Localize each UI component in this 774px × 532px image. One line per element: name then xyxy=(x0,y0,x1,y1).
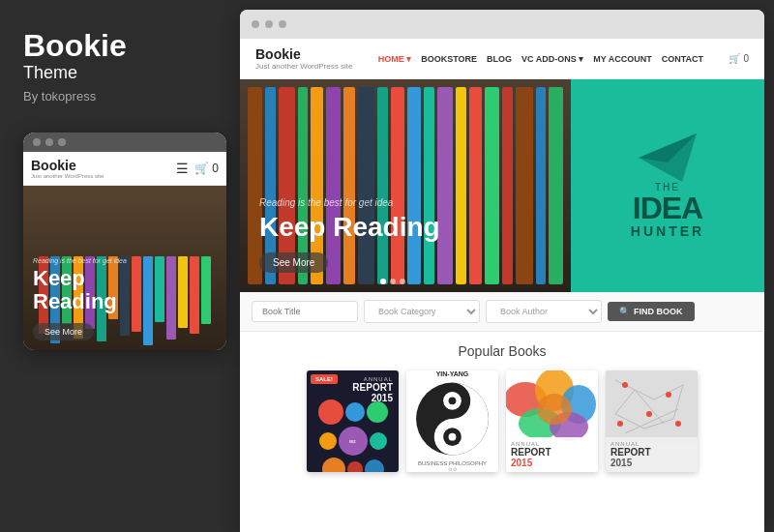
browser-dot-3 xyxy=(279,20,286,28)
hero-right: THE IDEA HUNTER xyxy=(571,79,764,292)
popular-books-title: Popular Books xyxy=(255,343,749,359)
svg-point-6 xyxy=(449,433,457,441)
hero-slider-dots xyxy=(380,279,405,284)
book1-content: SALE! ANNUAL REPORT 2015 BIZ xyxy=(307,370,399,472)
svg-point-5 xyxy=(449,397,457,404)
book-card-3[interactable]: ANNUAL REPORT 2015 xyxy=(506,370,598,472)
svg-point-23 xyxy=(666,392,671,398)
cart-area[interactable]: 🛒 0 xyxy=(729,53,749,64)
search-bar: Book Category Book Author 🔍 FIND BOOK xyxy=(240,292,764,332)
site-header: Bookie Just another WordPress site HOME … xyxy=(240,39,764,79)
site-hero: Reading is the best for get idea Keep Re… xyxy=(240,79,764,292)
book-title-input[interactable] xyxy=(252,301,358,322)
mobile-cart-icon[interactable]: 🛒 0 xyxy=(194,162,219,175)
mobile-preview: Bookie Just another WordPress site ☰ 🛒 0 xyxy=(23,133,226,350)
book-title-overlay: THE IDEA HUNTER xyxy=(631,182,704,239)
find-book-button[interactable]: 🔍 FIND BOOK xyxy=(608,302,695,321)
nav-bookstore[interactable]: BOOKSTORE xyxy=(421,54,477,64)
brand-subtitle: Theme xyxy=(23,63,77,83)
hero-book-16 xyxy=(485,87,499,284)
book3-content: ANNUAL REPORT 2015 xyxy=(506,370,598,472)
mobile-header: Bookie Just another WordPress site ☰ 🛒 0 xyxy=(23,152,226,186)
svg-point-24 xyxy=(646,411,652,417)
mobile-see-more-btn[interactable]: See More xyxy=(33,323,94,340)
nav-home[interactable]: HOME ▾ xyxy=(378,54,412,64)
nav-contact[interactable]: CONTACT xyxy=(662,54,703,64)
browser-dot-1 xyxy=(252,20,259,28)
nav-vc-addons[interactable]: VC ADD-ONS ▾ xyxy=(521,54,583,64)
hero-book-18 xyxy=(516,87,533,284)
book-spine-9 xyxy=(132,256,141,332)
sale-badge: SALE! xyxy=(311,374,338,384)
brand-title: Bookie xyxy=(23,29,127,63)
hero-left: Reading is the best for get idea Keep Re… xyxy=(240,79,571,292)
browser-window: Bookie Just another WordPress site HOME … xyxy=(240,10,764,532)
popular-section: Popular Books SALE! ANNUAL REPORT 2015 xyxy=(240,332,764,484)
hero-book-19 xyxy=(536,87,546,284)
book-spine-15 xyxy=(201,256,211,324)
book-card-1[interactable]: SALE! ANNUAL REPORT 2015 BIZ xyxy=(307,370,399,472)
search-icon: 🔍 xyxy=(619,307,630,316)
nav-blog[interactable]: BLOG xyxy=(487,54,512,64)
book2-content: YIN-YANG BUSINESS PHILOSOPHY ⚙ ⚙ xyxy=(406,370,498,472)
hero-see-more-btn[interactable]: See More xyxy=(259,252,328,273)
book-card-4[interactable]: ANNUAL REPORT 2015 xyxy=(606,370,698,472)
book-spine-10 xyxy=(143,256,153,345)
left-panel: Bookie Theme By tokopress Bookie Just an… xyxy=(0,0,240,532)
svg-rect-13 xyxy=(606,370,698,443)
mobile-dot-2 xyxy=(45,138,53,146)
mobile-titlebar xyxy=(23,133,226,152)
svg-point-25 xyxy=(675,421,681,427)
mobile-hero-text: Reading is the best for get idea KeepRea… xyxy=(33,257,127,340)
hero-book-14 xyxy=(456,87,465,284)
svg-point-12 xyxy=(537,394,572,425)
book-spine-14 xyxy=(190,256,199,334)
browser-titlebar xyxy=(240,10,764,39)
mobile-hero: Reading is the best for get idea KeepRea… xyxy=(23,186,226,350)
book-spine-12 xyxy=(166,256,176,340)
browser-dot-2 xyxy=(265,20,273,28)
svg-point-22 xyxy=(622,382,628,388)
slider-dot-1[interactable] xyxy=(380,279,386,284)
slider-dot-2[interactable] xyxy=(390,279,396,284)
browser-content: Bookie Just another WordPress site HOME … xyxy=(240,39,764,532)
yin-yang-svg xyxy=(406,381,498,457)
mobile-nav: ☰ 🛒 0 xyxy=(176,161,219,176)
site-nav: HOME ▾ BOOKSTORE BLOG VC ADD-ONS ▾ MY AC… xyxy=(378,54,703,64)
book-category-select[interactable]: Book Category xyxy=(364,300,480,323)
mobile-brand: Bookie Just another WordPress site xyxy=(31,158,104,179)
hero-book-15 xyxy=(469,87,482,284)
paper-plane-icon xyxy=(639,133,697,182)
book4-map xyxy=(606,370,698,443)
site-logo-area: Bookie Just another WordPress site xyxy=(255,46,352,71)
hero-book-20 xyxy=(549,87,563,284)
book4-content: ANNUAL REPORT 2015 xyxy=(606,370,698,472)
books-grid: SALE! ANNUAL REPORT 2015 BIZ xyxy=(255,370,749,472)
mobile-dot-1 xyxy=(33,138,41,146)
mobile-dot-3 xyxy=(58,138,66,146)
hero-book-13 xyxy=(437,87,453,284)
book-spine-13 xyxy=(178,256,188,328)
slider-dot-3[interactable] xyxy=(400,279,405,284)
brand-by: By tokopress xyxy=(23,89,96,103)
hero-book-17 xyxy=(502,87,514,284)
nav-my-account[interactable]: MY ACCOUNT xyxy=(593,54,652,64)
hamburger-icon[interactable]: ☰ xyxy=(176,161,189,176)
svg-point-26 xyxy=(617,421,623,427)
book-author-select[interactable]: Book Author xyxy=(486,300,602,323)
book-card-2[interactable]: YIN-YANG BUSINESS PHILOSOPHY ⚙ ⚙ xyxy=(406,370,498,472)
bubbles-area: BIZ xyxy=(312,399,394,467)
book-spine-11 xyxy=(155,256,164,322)
book3-shapes xyxy=(506,370,598,443)
hero-text-overlay: Reading is the best for get idea Keep Re… xyxy=(259,197,440,273)
